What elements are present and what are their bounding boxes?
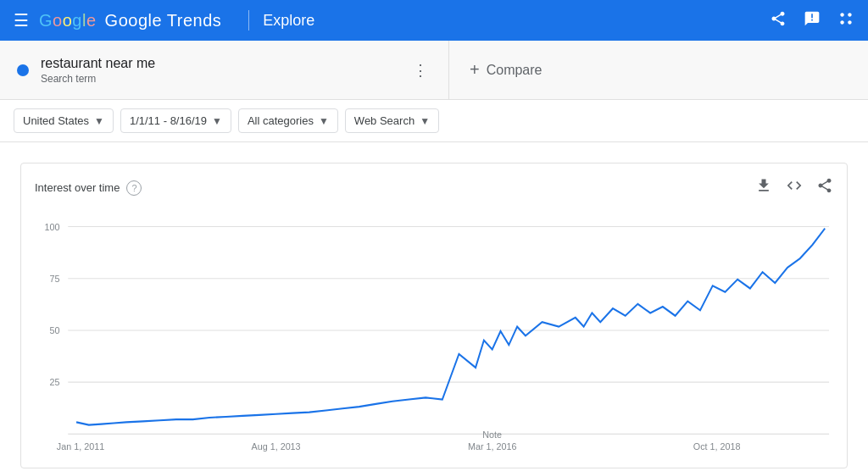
chart-section: Interest over time ? bbox=[20, 163, 848, 468]
chart-actions bbox=[755, 177, 833, 198]
region-chevron: ▼ bbox=[94, 115, 104, 127]
chart-share-icon[interactable] bbox=[816, 177, 833, 198]
category-label: All categories bbox=[248, 114, 314, 127]
filters-bar: United States ▼ 1/1/11 - 8/16/19 ▼ All c… bbox=[0, 100, 868, 142]
main-content: Interest over time ? bbox=[0, 142, 868, 471]
svg-text:Oct 1, 2018: Oct 1, 2018 bbox=[693, 441, 741, 452]
search-type-filter[interactable]: Web Search ▼ bbox=[345, 108, 439, 133]
share-icon[interactable] bbox=[770, 10, 787, 31]
region-label: United States bbox=[23, 114, 89, 127]
search-term-box: restaurant near me Search term ⋮ bbox=[0, 41, 449, 99]
svg-text:Mar 1, 2016: Mar 1, 2016 bbox=[468, 441, 517, 452]
embed-icon[interactable] bbox=[786, 177, 803, 198]
svg-text:Jan 1, 2011: Jan 1, 2011 bbox=[57, 441, 104, 452]
region-filter[interactable]: United States ▼ bbox=[14, 108, 114, 133]
term-menu-icon[interactable]: ⋮ bbox=[409, 58, 431, 83]
chart-title-area: Interest over time ? bbox=[35, 180, 142, 196]
compare-label: Compare bbox=[487, 63, 542, 78]
menu-icon[interactable]: ☰ bbox=[14, 10, 29, 30]
svg-text:Note: Note bbox=[482, 429, 502, 440]
chart-container: 100 75 50 25 Jan 1, 2011 Aug 1, 2013 Mar… bbox=[35, 208, 833, 454]
apps-icon[interactable] bbox=[837, 10, 854, 31]
svg-text:75: 75 bbox=[49, 274, 59, 285]
chart-header: Interest over time ? bbox=[35, 177, 833, 198]
header-icons bbox=[770, 10, 854, 31]
date-label: 1/1/11 - 8/16/19 bbox=[130, 114, 207, 127]
term-info: restaurant near me Search term bbox=[41, 56, 409, 85]
app-header: ☰ Google Google Trends Explore bbox=[0, 0, 868, 41]
search-area: restaurant near me Search term ⋮ + Compa… bbox=[0, 41, 868, 100]
date-chevron: ▼ bbox=[212, 115, 222, 127]
compare-plus-icon: + bbox=[470, 60, 480, 80]
svg-text:100: 100 bbox=[44, 221, 59, 232]
date-filter[interactable]: 1/1/11 - 8/16/19 ▼ bbox=[120, 108, 231, 133]
svg-text:25: 25 bbox=[49, 377, 59, 388]
logo-text: Google Google Trends bbox=[39, 11, 221, 30]
svg-text:50: 50 bbox=[49, 325, 59, 336]
download-icon[interactable] bbox=[755, 177, 772, 198]
term-indicator bbox=[17, 64, 29, 76]
svg-text:Aug 1, 2013: Aug 1, 2013 bbox=[251, 441, 300, 452]
term-name: restaurant near me bbox=[41, 56, 409, 71]
logo: Google Google Trends bbox=[39, 11, 221, 30]
help-icon[interactable]: ? bbox=[126, 180, 142, 196]
header-divider bbox=[248, 10, 249, 30]
search-type-chevron: ▼ bbox=[420, 115, 430, 127]
feedback-icon[interactable] bbox=[804, 10, 821, 31]
compare-box[interactable]: + Compare bbox=[449, 41, 868, 99]
category-filter[interactable]: All categories ▼ bbox=[238, 108, 338, 133]
explore-label: Explore bbox=[263, 12, 314, 30]
chart-svg: 100 75 50 25 Jan 1, 2011 Aug 1, 2013 Mar… bbox=[35, 208, 833, 454]
category-chevron: ▼ bbox=[319, 115, 329, 127]
search-type-label: Web Search bbox=[354, 114, 415, 127]
term-type: Search term bbox=[41, 73, 409, 85]
chart-title: Interest over time bbox=[35, 181, 120, 194]
